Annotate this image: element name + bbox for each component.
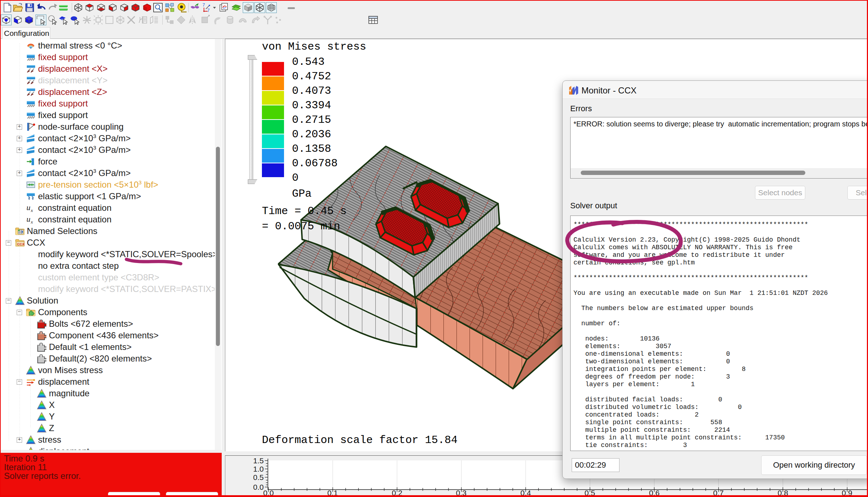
svg-text:0.2: 0.2 [392, 489, 402, 495]
svg-text:0.0: 0.0 [253, 483, 264, 491]
svg-text:1.5: 1.5 [253, 456, 264, 465]
svg-text:0.4: 0.4 [520, 489, 531, 495]
svg-text:7: 7 [203, 3, 205, 8]
svg-text:0.9: 0.9 [842, 489, 852, 495]
svg-text:0.1: 0.1 [327, 489, 338, 495]
svg-text:0.0: 0.0 [263, 489, 274, 495]
svg-text:0.6: 0.6 [649, 489, 659, 495]
svg-text:0.5: 0.5 [253, 473, 264, 481]
svg-text:0.3: 0.3 [456, 489, 466, 495]
svg-text:0.8: 0.8 [777, 489, 788, 495]
svg-text:0.5: 0.5 [584, 489, 595, 495]
svg-text:7: 7 [207, 8, 210, 13]
svg-text:1.0: 1.0 [253, 465, 264, 473]
svg-text:0.7: 0.7 [713, 489, 723, 495]
